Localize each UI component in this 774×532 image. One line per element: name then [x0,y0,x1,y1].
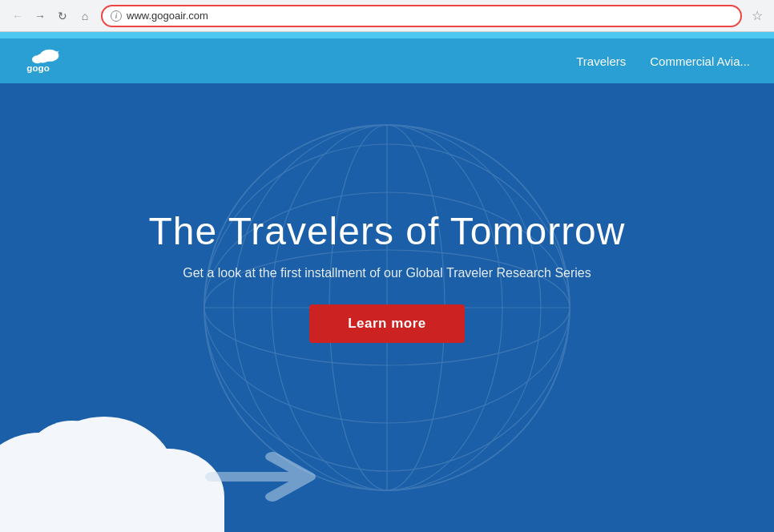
hero-subtitle: Get a look at the first installment of o… [149,266,626,280]
nav-link-travelers[interactable]: Travelers [576,54,626,68]
address-bar[interactable]: i www.gogoair.com [101,5,742,27]
cloud-left-icon [0,385,232,532]
site-nav: gogo Travelers Commercial Avia... [0,38,774,83]
nav-link-commercial[interactable]: Commercial Avia... [650,54,750,68]
back-button[interactable]: ← [8,6,27,26]
logo[interactable]: gogo [24,45,64,77]
reload-button[interactable]: ↻ [53,6,72,26]
arrow-decoration [200,445,345,524]
forward-button[interactable]: → [30,6,50,26]
svg-text:gogo: gogo [26,62,49,73]
accent-bar [0,32,774,38]
hero-section: The Travelers of Tomorrow Get a look at … [0,83,774,532]
svg-point-16 [24,421,120,509]
home-button[interactable]: ⌂ [75,6,95,26]
nav-links: Travelers Commercial Avia... [576,54,750,68]
learn-more-button[interactable]: Learn more [309,304,465,343]
cloud-decoration [0,385,232,532]
browser-nav-buttons: ← → ↻ ⌂ [8,6,95,26]
svg-rect-17 [0,497,224,532]
bookmark-button[interactable]: ☆ [748,5,766,26]
logo-cloud-icon: gogo [24,45,64,77]
hero-content: The Travelers of Tomorrow Get a look at … [149,209,626,407]
browser-chrome: ← → ↻ ⌂ i www.gogoair.com ☆ [0,0,774,32]
url-text: www.gogoair.com [127,10,732,22]
info-icon: i [111,10,122,22]
hero-title: The Travelers of Tomorrow [149,209,626,253]
